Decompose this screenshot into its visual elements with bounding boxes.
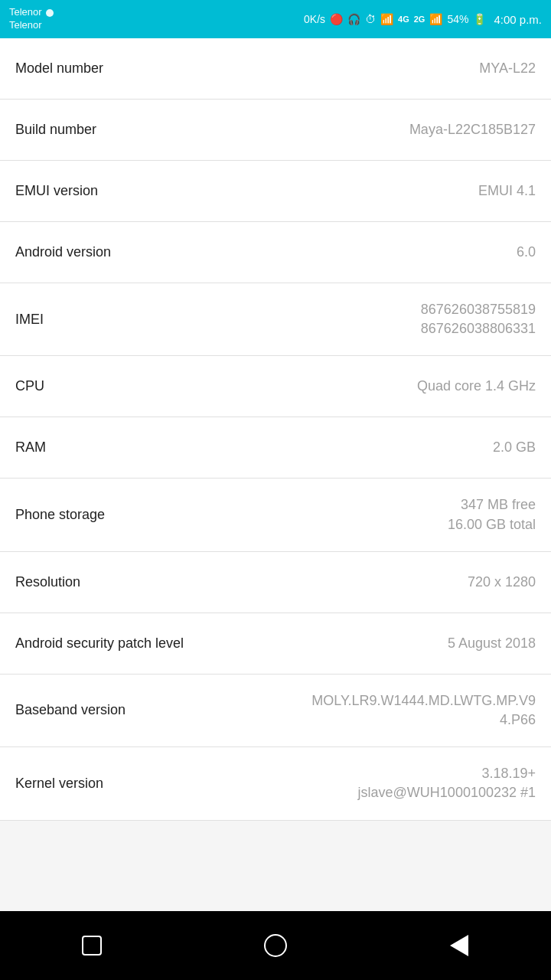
network-2g-icon: 2G	[414, 15, 425, 24]
home-icon	[264, 934, 287, 957]
info-row: EMUI versionEMUI 4.1	[0, 161, 551, 222]
info-row: Model numberMYA-L22	[0, 38, 551, 100]
info-value: 2.0 GB	[493, 438, 536, 457]
recent-apps-icon	[82, 936, 102, 956]
info-row: Android security patch level5 August 201…	[0, 613, 551, 675]
info-value: 6.0	[517, 243, 536, 262]
battery-icon: 🔋	[473, 13, 486, 25]
info-label: CPU	[15, 378, 44, 394]
info-row: Android version6.0	[0, 222, 551, 283]
info-label: Model number	[15, 60, 103, 77]
alarm-icon: ⏱	[365, 13, 376, 25]
status-bar: Telenor Telenor 0K/s 🔴 🎧 ⏱ 📶 4G 2G 📶 54%…	[0, 0, 551, 38]
clock: 4:00 p.m.	[494, 13, 542, 26]
info-value: 347 MB free 16.00 GB total	[448, 495, 536, 534]
info-value: Maya-L22C185B127	[409, 120, 536, 139]
carrier-name-2: Telenor	[9, 19, 54, 32]
back-icon	[450, 935, 468, 956]
device-info-list: Model numberMYA-L22Build numberMaya-L22C…	[0, 38, 551, 911]
back-button[interactable]	[436, 923, 482, 969]
home-button[interactable]	[253, 923, 298, 969]
network-4g-icon: 4G	[398, 15, 409, 24]
info-value: 867626038755819 867626038806331	[421, 300, 536, 338]
info-label: Kernel version	[15, 776, 103, 792]
info-label: IMEI	[15, 312, 44, 328]
headphones-icon: 🎧	[347, 13, 360, 25]
info-label: Build number	[15, 122, 96, 138]
info-value: 551 x 980	[468, 573, 536, 592]
info-label: RAM	[15, 439, 46, 456]
info-label: Resolution	[15, 574, 80, 590]
navigation-bar	[0, 911, 551, 980]
info-row: RAM2.0 GB	[0, 417, 551, 479]
battery-percent: 54%	[447, 13, 468, 25]
info-value: 3.18.19+ jslave@WUH1000100232 #1	[358, 764, 536, 802]
carrier-dot	[46, 9, 54, 17]
info-label: Android security patch level	[15, 635, 184, 652]
recent-apps-button[interactable]	[69, 923, 115, 969]
carrier-name: Telenor	[9, 6, 42, 19]
info-row: Phone storage347 MB free 16.00 GB total	[0, 479, 551, 551]
info-row: CPUQuad core 1.4 GHz	[0, 356, 551, 417]
info-value: Quad core 1.4 GHz	[417, 377, 536, 396]
info-label: Phone storage	[15, 507, 105, 523]
wifi-icon: 📶	[380, 13, 393, 25]
status-icons: 0K/s 🔴 🎧 ⏱ 📶 4G 2G 📶 54% 🔋 4:00 p.m.	[304, 13, 542, 26]
info-value: EMUI 4.1	[478, 181, 536, 201]
bluetooth-icon: 🔴	[330, 13, 343, 25]
info-value: MOLY.LR9.W1444.MD.LWTG.MP.V9 4.P66	[311, 691, 536, 730]
info-value: MYA-L22	[479, 59, 536, 78]
info-label: Baseband version	[15, 702, 126, 718]
info-label: Android version	[15, 244, 111, 260]
info-row: Resolution720 x 1280	[0, 552, 551, 613]
info-value: 5 August 2018	[448, 634, 536, 653]
info-row: IMEI867626038755819 867626038806331	[0, 283, 551, 356]
speed-indicator: 0K/s	[304, 13, 325, 25]
info-row: Kernel version3.18.19+ jslave@WUH1000100…	[0, 747, 551, 820]
carrier-info: Telenor Telenor	[9, 6, 54, 32]
info-row: Build numberMaya-L22C185B127	[0, 100, 551, 161]
info-label: EMUI version	[15, 183, 98, 199]
signal-icon: 📶	[429, 13, 442, 25]
info-row: Baseband versionMOLY.LR9.W1444.MD.LWTG.M…	[0, 675, 551, 747]
